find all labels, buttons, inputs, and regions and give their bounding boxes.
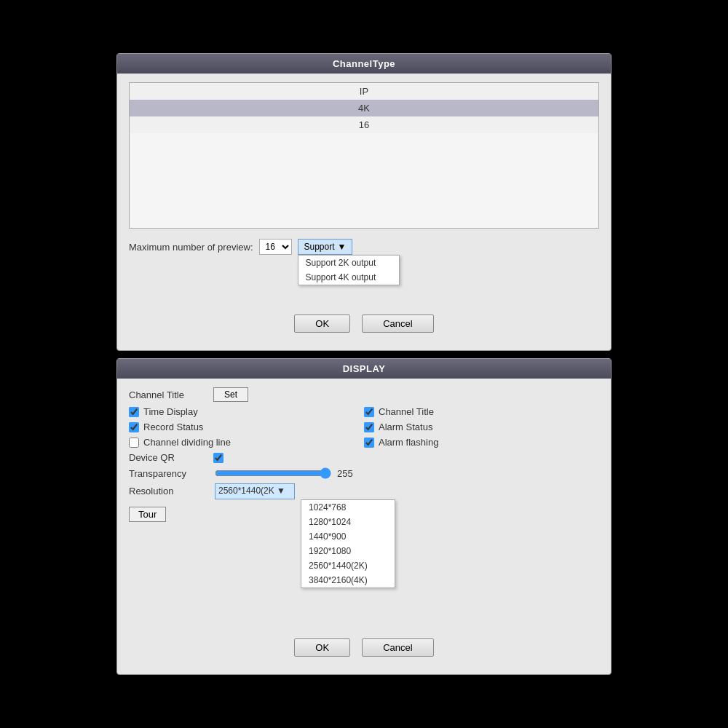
list-item-4k[interactable]: 4K	[130, 100, 598, 116]
list-item-ip[interactable]: IP	[130, 83, 598, 100]
channel-dividing-checkbox[interactable]	[129, 438, 139, 448]
resolution-select[interactable]: 2560*1440(2K ▼	[215, 483, 295, 499]
transparency-label: Transparency	[129, 468, 209, 479]
alarm-status-checkbox[interactable]	[364, 422, 374, 432]
support-arrow-icon: ▼	[338, 242, 347, 252]
channel-type-dialog: ChannelType IP 4K 16 Maximum number of p…	[116, 53, 612, 351]
transparency-row: Transparency 255	[129, 467, 599, 479]
device-qr-label: Device QR	[129, 452, 209, 463]
device-qr-checkbox[interactable]	[213, 453, 223, 463]
set-button[interactable]: Set	[213, 387, 248, 402]
support-label: Support	[304, 242, 335, 252]
channel-dialog-buttons: OK Cancel	[129, 314, 599, 341]
display-left-col: Time Display Record Status Channel divid…	[129, 406, 364, 452]
list-empty-area	[130, 133, 598, 228]
resolution-label: Resolution	[129, 483, 209, 499]
resolution-arrow-icon: ▼	[277, 486, 285, 496]
support-dropdown-container: Support ▼ Support 2K output Support 4K o…	[298, 239, 353, 255]
max-preview-select[interactable]: 16	[259, 239, 292, 255]
record-status-checkbox[interactable]	[129, 422, 139, 432]
transparency-slider[interactable]	[215, 467, 331, 479]
res-1920[interactable]: 1920*1080	[301, 544, 395, 558]
alarm-flashing-checkbox[interactable]	[364, 438, 374, 448]
list-item-16[interactable]: 16	[130, 116, 598, 133]
display-title: DISPLAY	[117, 359, 611, 379]
support-button[interactable]: Support ▼	[298, 239, 353, 255]
max-preview-row: Maximum number of preview: 16 Support ▼ …	[129, 239, 599, 256]
time-display-label: Time Display	[143, 406, 198, 417]
channel-title-check-row: Channel Title	[364, 406, 599, 417]
alarm-flashing-label: Alarm flashing	[379, 437, 438, 448]
resolution-row: Resolution 2560*1440(2K ▼ 1024*768 1280*…	[129, 483, 599, 499]
channel-title-check-label: Channel Title	[379, 406, 434, 417]
display-cancel-button[interactable]: Cancel	[362, 638, 433, 657]
channel-dividing-row: Channel dividing line	[129, 437, 364, 448]
resolution-selected-value: 2560*1440(2K	[218, 486, 274, 496]
display-dialog-buttons: OK Cancel	[129, 638, 599, 665]
display-right-col: Channel Title Alarm Status Alarm flashin…	[364, 406, 599, 452]
record-status-row: Record Status	[129, 422, 364, 432]
channel-title-label: Channel Title	[129, 389, 209, 400]
channel-type-title: ChannelType	[117, 54, 611, 74]
time-display-row: Time Display	[129, 406, 364, 417]
display-dialog: DISPLAY Channel Title Set Time Display R…	[116, 358, 612, 675]
channel-ok-button[interactable]: OK	[294, 314, 350, 333]
channel-type-list[interactable]: IP 4K 16	[129, 82, 599, 229]
support-menu-item-2k[interactable]: Support 2K output	[298, 256, 399, 270]
support-menu-item-4k[interactable]: Support 4K output	[298, 270, 399, 285]
channel-title-row: Channel Title Set	[129, 387, 599, 402]
channel-title-checkbox[interactable]	[364, 407, 374, 417]
res-2560[interactable]: 2560*1440(2K)	[301, 558, 395, 573]
alarm-status-row: Alarm Status	[364, 422, 599, 432]
time-display-checkbox[interactable]	[129, 407, 139, 417]
alarm-status-label: Alarm Status	[379, 422, 432, 432]
res-1280[interactable]: 1280*1024	[301, 515, 395, 529]
support-menu: Support 2K output Support 4K output	[298, 255, 400, 285]
alarm-flashing-row: Alarm flashing	[364, 437, 599, 448]
tour-button[interactable]: Tour	[129, 507, 166, 522]
res-1440[interactable]: 1440*900	[301, 529, 395, 544]
channel-dividing-label: Channel dividing line	[143, 437, 231, 448]
max-preview-label: Maximum number of preview:	[129, 239, 253, 256]
display-ok-button[interactable]: OK	[294, 638, 350, 657]
record-status-label: Record Status	[143, 422, 203, 432]
display-two-col: Time Display Record Status Channel divid…	[129, 406, 599, 452]
resolution-dropdown: 1024*768 1280*1024 1440*900 1920*1080 25…	[301, 499, 395, 588]
transparency-value: 255	[337, 468, 353, 479]
resolution-dropdown-container: 2560*1440(2K ▼ 1024*768 1280*1024 1440*9…	[215, 483, 295, 499]
channel-cancel-button[interactable]: Cancel	[362, 314, 433, 333]
res-1024[interactable]: 1024*768	[301, 500, 395, 515]
device-qr-row: Device QR	[129, 452, 599, 463]
res-3840[interactable]: 3840*2160(4K)	[301, 573, 395, 587]
